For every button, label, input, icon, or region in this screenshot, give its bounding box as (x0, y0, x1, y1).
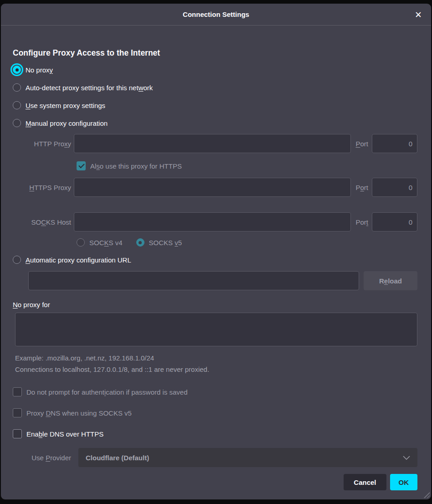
http-port-input[interactable] (372, 134, 417, 153)
socks-version-group: SOCKS v4 SOCKS v5 (77, 237, 417, 247)
checkbox-checked-icon[interactable] (77, 161, 86, 170)
doh-provider-dropdown[interactable]: Cloudflare (Default) (78, 448, 417, 467)
reload-button[interactable]: Reload (364, 271, 417, 290)
radio-automatic-proxy-url-label: Automatic proxy configuration URL (26, 256, 131, 264)
radio-socks-v5-label: SOCKS v5 (149, 239, 182, 247)
automatic-proxy-url-row: Reload (28, 271, 417, 290)
http-proxy-input[interactable] (74, 134, 351, 153)
https-port-label: Port (355, 184, 368, 191)
doh-provider-row: Use Provider Cloudflare (Default) (13, 448, 417, 467)
resize-grip[interactable] (423, 491, 430, 498)
radio-auto-detect-label: Auto-detect proxy settings for this netw… (26, 84, 153, 92)
checkbox-proxy-dns-socks5-label: Proxy DNS when using SOCKS v5 (26, 409, 132, 417)
radio-automatic-proxy-url[interactable]: Automatic proxy configuration URL (13, 253, 419, 267)
radio-icon[interactable] (13, 119, 21, 127)
http-proxy-label: HTTP Proxy (13, 140, 74, 148)
radio-no-proxy[interactable]: No proxy (13, 63, 419, 77)
http-proxy-row: HTTP Proxy Port (13, 134, 417, 153)
radio-selected-icon[interactable] (13, 66, 21, 74)
no-proxy-for-textarea[interactable] (15, 313, 417, 346)
no-proxy-for-label: No proxy for (13, 301, 419, 310)
socks-port-label: Port (355, 218, 368, 226)
checkbox-enable-doh[interactable]: Enable DNS over HTTPS (13, 429, 419, 439)
doh-provider-selected-value: Cloudflare (Default) (86, 454, 403, 462)
radio-auto-detect[interactable]: Auto-detect proxy settings for this netw… (13, 81, 419, 94)
socks-host-row: SOCKS Host Port (13, 212, 417, 231)
chevron-down-icon (403, 456, 410, 460)
radio-manual-proxy[interactable]: Manual proxy configuration (13, 116, 419, 130)
socks-host-label: SOCKS Host (13, 218, 74, 226)
radio-socks-v4[interactable] (77, 238, 85, 247)
dialog-title: Connection Settings (183, 10, 249, 18)
page-title: Configure Proxy Access to the Internet (13, 48, 419, 58)
socks-host-input[interactable] (74, 212, 351, 231)
radio-socks-v5[interactable] (136, 238, 144, 247)
radio-use-system-proxy[interactable]: Use system proxy settings (13, 98, 419, 112)
cancel-button[interactable]: Cancel (344, 474, 386, 490)
checkbox-icon[interactable] (13, 429, 22, 438)
connection-settings-dialog: Connection Settings ✕ Configure Proxy Ac… (1, 4, 431, 499)
checkbox-enable-doh-label: Enable DNS over HTTPS (26, 430, 103, 438)
radio-use-system-proxy-label: Use system proxy settings (26, 102, 105, 109)
https-proxy-input[interactable] (74, 178, 351, 197)
no-proxy-example-hint: Example: .mozilla.org, .net.nz, 192.168.… (15, 354, 417, 362)
checkbox-no-prompt-auth-label: Do not prompt for authentication if pass… (26, 388, 188, 396)
checkbox-icon[interactable] (13, 387, 22, 396)
radio-socks-v4-label: SOCKS v4 (89, 239, 123, 247)
checkbox-proxy-dns-socks5[interactable]: Proxy DNS when using SOCKS v5 (13, 408, 419, 418)
radio-no-proxy-label: No proxy (26, 66, 53, 74)
close-icon[interactable]: ✕ (413, 8, 424, 21)
ok-button[interactable]: OK (390, 474, 418, 490)
dialog-title-bar: Connection Settings ✕ (1, 4, 431, 26)
https-proxy-row: HTTPS Proxy Port (13, 178, 417, 197)
use-provider-label: Use Provider (13, 454, 74, 462)
radio-icon[interactable] (13, 83, 21, 92)
socks-port-input[interactable] (372, 212, 417, 231)
radio-manual-proxy-label: Manual proxy configuration (26, 119, 108, 127)
https-port-input[interactable] (372, 178, 417, 197)
radio-icon[interactable] (13, 256, 21, 264)
also-use-for-https-label: Also use this proxy for HTTPS (90, 162, 182, 170)
checkbox-no-prompt-auth[interactable]: Do not prompt for authentication if pass… (13, 387, 419, 397)
dialog-button-row: Cancel OK (15, 474, 417, 490)
localhost-never-proxied-hint: Connections to localhost, 127.0.0.1/8, a… (15, 365, 417, 374)
also-use-for-https-checkbox[interactable]: Also use this proxy for HTTPS (77, 161, 417, 171)
http-port-label: Port (355, 140, 368, 148)
automatic-proxy-url-input[interactable] (28, 271, 359, 290)
radio-icon[interactable] (13, 101, 21, 109)
https-proxy-label: HTTPS Proxy (13, 184, 74, 191)
checkbox-icon[interactable] (13, 408, 22, 417)
